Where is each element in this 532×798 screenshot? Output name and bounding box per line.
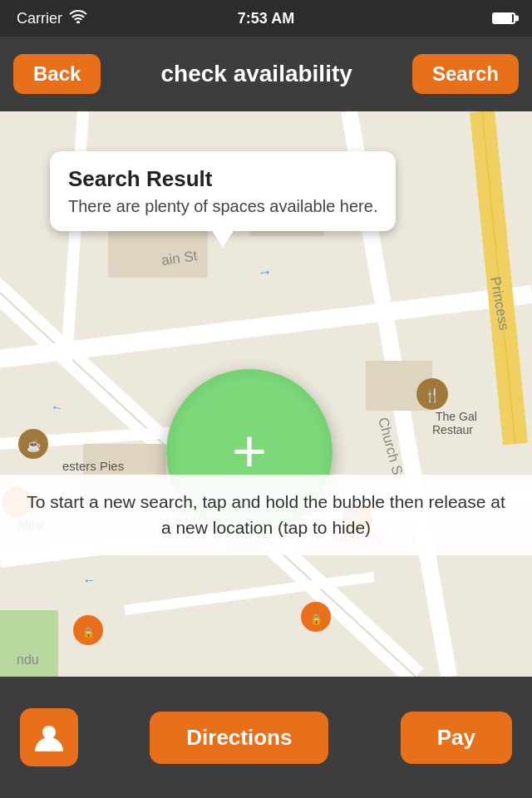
svg-text:←: ← bbox=[82, 573, 96, 588]
search-result-title: Search Result bbox=[68, 166, 377, 192]
bottom-tab-bar: Directions Pay bbox=[0, 677, 532, 798]
svg-text:Restaur: Restaur bbox=[432, 423, 473, 436]
wifi-icon bbox=[69, 10, 87, 27]
search-result-text: There are plenty of spaces available her… bbox=[68, 197, 377, 216]
carrier-label: Carrier bbox=[17, 10, 62, 27]
search-button[interactable]: Search bbox=[412, 54, 519, 94]
svg-text:🔒: 🔒 bbox=[82, 626, 95, 638]
status-time: 7:53 AM bbox=[238, 10, 294, 27]
hint-bar[interactable]: To start a new search, tap and hold the … bbox=[0, 475, 532, 555]
plus-icon: + bbox=[232, 421, 267, 480]
nav-bar: Back check availability Search bbox=[0, 37, 532, 111]
profile-button[interactable] bbox=[20, 708, 78, 766]
map-area: ← → ← ← ain St Church St Ashley St Princ… bbox=[0, 111, 532, 677]
svg-text:ndu: ndu bbox=[17, 653, 39, 667]
pay-button[interactable]: Pay bbox=[401, 712, 512, 764]
person-icon bbox=[33, 722, 65, 753]
back-button[interactable]: Back bbox=[13, 54, 101, 94]
svg-rect-15 bbox=[0, 610, 58, 677]
status-bar: Carrier 7:53 AM bbox=[0, 0, 532, 37]
svg-text:→: → bbox=[257, 263, 273, 280]
svg-point-42 bbox=[42, 726, 56, 739]
directions-button[interactable]: Directions bbox=[150, 712, 328, 764]
svg-text:🔒: 🔒 bbox=[310, 613, 323, 625]
battery-icon bbox=[492, 12, 515, 24]
svg-text:←: ← bbox=[49, 399, 65, 416]
svg-text:The Gal: The Gal bbox=[436, 410, 477, 423]
page-title: check availability bbox=[101, 61, 412, 87]
search-result-popup[interactable]: Search Result There are plenty of spaces… bbox=[50, 151, 396, 231]
svg-text:🍴: 🍴 bbox=[424, 387, 441, 403]
hint-text: To start a new search, tap and hold the … bbox=[27, 492, 505, 536]
svg-text:esters Pies: esters Pies bbox=[62, 459, 124, 473]
svg-text:☕: ☕ bbox=[27, 439, 42, 453]
